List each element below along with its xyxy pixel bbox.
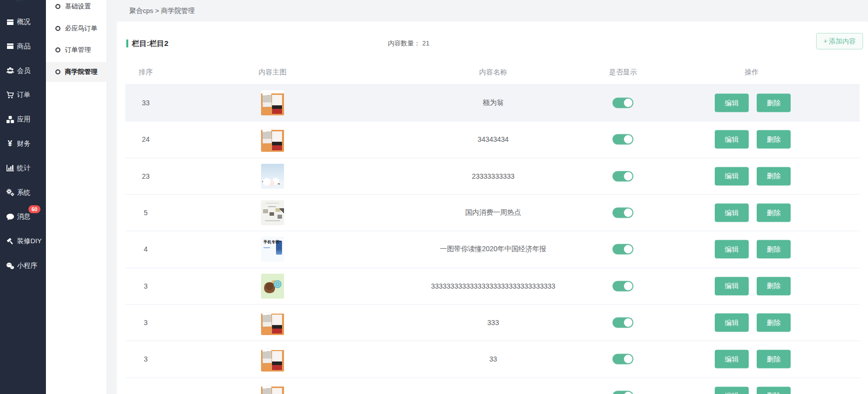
table-body: 33 额为翁 编辑 删除 24 34343434 编辑 删除 23 233333… <box>125 85 860 394</box>
sidebar-item-diy[interactable]: 装修DIY <box>0 229 46 254</box>
edit-button[interactable]: 编辑 <box>715 387 749 394</box>
sidebar-item-system[interactable]: 系统 <box>0 180 46 205</box>
submenu-item-label: 必应鸟订单 <box>65 24 97 33</box>
delete-button[interactable]: 删除 <box>757 314 791 332</box>
miniprogram-icon <box>5 261 14 270</box>
visibility-toggle[interactable] <box>612 318 633 328</box>
table-header-row: 排序 内容主图 内容名称 是否显示 操作 <box>125 60 860 85</box>
submenu-item-1[interactable]: 必应鸟订单 <box>46 18 107 38</box>
circle-icon <box>55 26 60 31</box>
sort-value: 3 <box>125 319 166 327</box>
sidebar-item-label: 应用 <box>17 115 30 124</box>
table-row: 23 23333333333 编辑 删除 <box>125 158 860 195</box>
visibility-toggle[interactable] <box>612 391 633 394</box>
delete-button[interactable]: 删除 <box>757 240 791 259</box>
toggle-knob <box>624 355 632 364</box>
edit-button[interactable]: 编辑 <box>715 167 749 185</box>
table-row: 编辑 删除 <box>125 378 860 394</box>
sidebar-item-label: 装修DIY <box>17 237 42 246</box>
edit-button[interactable]: 编辑 <box>715 277 749 295</box>
main-content: 聚合cps > 商学院管理 栏目:栏目2 内容数量：21 +添加内容 排序 内容… <box>107 0 868 394</box>
sidebar-item-goods[interactable]: 商品 <box>0 34 46 58</box>
thumbnail-image <box>261 90 284 115</box>
visibility-toggle[interactable] <box>612 208 633 218</box>
sort-value: 5 <box>125 209 166 217</box>
sidebar-item-label: 统计 <box>17 164 30 173</box>
content-name: 34343434 <box>343 135 643 143</box>
delete-button[interactable]: 删除 <box>757 277 791 295</box>
thumbnail-image <box>261 347 284 372</box>
add-content-button[interactable]: +添加内容 <box>816 33 863 49</box>
orders-icon <box>5 90 14 99</box>
thumbnail-image <box>261 164 284 189</box>
submenu-item-2[interactable]: 订单管理 <box>46 40 107 60</box>
circle-icon <box>55 4 60 9</box>
visibility-toggle[interactable] <box>612 98 633 108</box>
toggle-knob <box>624 209 632 217</box>
visibility-toggle[interactable] <box>612 281 633 291</box>
toggle-knob <box>624 392 632 394</box>
sidebar-item-orders[interactable]: 订单 <box>0 83 46 107</box>
visibility-toggle[interactable] <box>612 134 633 145</box>
table-row: 33 额为翁 编辑 删除 <box>125 85 860 121</box>
sidebar-item-label: 消息 <box>17 212 30 221</box>
sidebar-item-stats[interactable]: 统计 <box>0 156 46 180</box>
content-count: 内容数量：21 <box>388 39 429 48</box>
toggle-knob <box>624 99 632 107</box>
header-sort: 排序 <box>125 68 166 77</box>
visibility-toggle[interactable] <box>612 354 633 365</box>
circle-icon <box>55 47 60 52</box>
content-name: 33333333333333333333333333333333 <box>343 282 643 290</box>
visibility-toggle[interactable] <box>612 244 633 255</box>
edit-button[interactable]: 编辑 <box>715 94 749 112</box>
delete-button[interactable]: 删除 <box>757 204 791 222</box>
visibility-toggle[interactable] <box>612 171 633 181</box>
content-name: 一图带你读懂2020年中国经济年报 <box>343 245 643 254</box>
system-icon <box>5 188 14 197</box>
content-table: 排序 内容主图 内容名称 是否显示 操作 33 额为翁 编辑 删除 24 343… <box>125 60 860 394</box>
delete-button[interactable]: 删除 <box>757 387 791 394</box>
sort-value: 23 <box>125 172 166 180</box>
submenu-item-3[interactable]: 商学院管理 <box>46 62 107 82</box>
sidebar-item-finance[interactable]: ¥ 财务 <box>0 132 46 156</box>
sort-value: 4 <box>125 245 166 253</box>
sidebar-item-apps[interactable]: 应用 <box>0 107 46 132</box>
breadcrumb[interactable]: 聚合cps > 商学院管理 <box>129 0 195 21</box>
sort-value: 3 <box>125 355 166 363</box>
stats-icon <box>5 164 14 173</box>
thumbnail-image <box>261 274 284 299</box>
edit-button[interactable]: 编辑 <box>715 130 749 149</box>
sidebar-item-overview[interactable]: 概况 <box>0 10 46 34</box>
edit-button[interactable]: 编辑 <box>715 204 749 222</box>
delete-button[interactable]: 删除 <box>757 130 791 149</box>
thumbnail-image <box>261 310 284 335</box>
sort-value: 3 <box>125 282 166 290</box>
sidebar-item-miniprogram[interactable]: 小程序 <box>0 254 46 278</box>
members-icon <box>5 66 14 75</box>
delete-button[interactable]: 删除 <box>757 167 791 185</box>
admin-app: 概况 商品 会员 订单 应用 ¥ 财务 统计 系统 消息 60 装修DIY <box>0 0 868 394</box>
avatar[interactable] <box>14 0 27 3</box>
sidebar-item-label: 概况 <box>17 17 30 26</box>
page-title: 栏目:栏目2 <box>132 39 168 48</box>
apps-icon <box>5 115 14 124</box>
toggle-knob <box>624 319 632 327</box>
main-sidebar: 概况 商品 会员 订单 应用 ¥ 财务 统计 系统 消息 60 装修DIY <box>0 0 46 394</box>
edit-button[interactable]: 编辑 <box>715 314 749 332</box>
table-row: 3 33333333333333333333333333333333 编辑 删除 <box>125 268 860 305</box>
submenu-item-label: 商学院管理 <box>65 67 97 76</box>
sidebar-item-members[interactable]: 会员 <box>0 58 46 83</box>
edit-button[interactable]: 编辑 <box>715 240 749 259</box>
thumbnail-text: 手机专区 <box>264 240 280 245</box>
delete-button[interactable]: 删除 <box>757 94 791 112</box>
submenu-item-0[interactable]: 基础设置 <box>46 0 107 16</box>
panel-header: 栏目:栏目2 内容数量：21 +添加内容 <box>117 21 868 60</box>
thumbnail-image: 手机专区 <box>261 237 284 262</box>
table-row: 24 34343434 编辑 删除 <box>125 121 860 158</box>
delete-button[interactable]: 删除 <box>757 350 791 369</box>
diy-icon <box>5 237 14 246</box>
sidebar-item-messages[interactable]: 消息 60 <box>0 205 46 229</box>
thumbnail-image <box>261 127 284 152</box>
edit-button[interactable]: 编辑 <box>715 350 749 369</box>
finance-icon: ¥ <box>5 139 14 148</box>
